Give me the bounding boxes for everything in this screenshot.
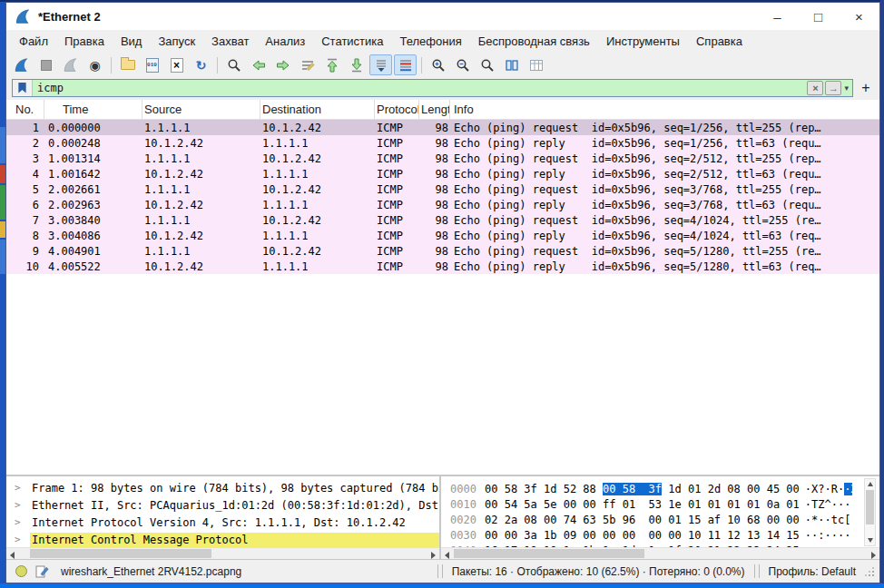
go-back-button[interactable] — [247, 54, 270, 75]
hex-bytes: 00 00 3a 1b 09 00 00 00 00 00 10 11 12 1… — [485, 529, 800, 542]
wireshark-logo-icon — [15, 8, 31, 24]
status-separator — [437, 564, 438, 578]
column-header-source[interactable]: Source — [142, 100, 260, 119]
detail-line[interactable]: > Ethernet II, Src: PCAquarius_1d:01:2d … — [6, 496, 439, 514]
menu-item[interactable]: Запуск — [150, 31, 203, 52]
file-save-button[interactable]: 010 — [141, 54, 163, 75]
zoom-out-button[interactable] — [451, 54, 474, 75]
resize-grip[interactable] — [865, 567, 874, 576]
capture-stop-button[interactable] — [34, 54, 57, 75]
reload-button[interactable]: ↻ — [190, 54, 212, 75]
capture-options-button[interactable]: ◉ — [83, 54, 106, 75]
scroll-right-icon[interactable] — [871, 552, 876, 559]
filter-apply-button[interactable]: → — [825, 81, 841, 95]
column-header-info[interactable]: Info — [450, 100, 879, 119]
menu-item[interactable]: Анализ — [257, 31, 313, 52]
go-to-packet-button[interactable] — [296, 54, 319, 75]
table-row[interactable]: 7 3.003840 1.1.1.1 10.1.2.42 ICMP 98 Ech… — [6, 212, 879, 228]
scrollbar-thumb[interactable] — [866, 490, 874, 524]
hex-row[interactable]: 0020 02 2a 08 00 74 63 5b 96 00 01 15 af… — [441, 512, 879, 527]
table-row[interactable]: 3 1.001314 1.1.1.1 10.1.2.42 ICMP 98 Ech… — [6, 151, 879, 166]
capture-start-button[interactable] — [10, 54, 33, 75]
column-header-time[interactable]: Time — [44, 100, 142, 119]
profile-label[interactable]: Профиль: Default — [761, 565, 864, 578]
colorize-toggle[interactable] — [394, 54, 417, 75]
zoom-reset-button[interactable] — [476, 54, 498, 75]
menu-item[interactable]: Беспроводная связь — [470, 31, 598, 52]
table-row[interactable]: 6 2.002963 10.1.2.42 1.1.1.1 ICMP 98 Ech… — [6, 197, 879, 212]
auto-scroll-toggle[interactable] — [369, 54, 392, 75]
hex-vertical-scrollbar[interactable] — [864, 478, 876, 546]
column-header-no[interactable]: No. — [6, 100, 44, 119]
table-row[interactable]: 2 0.000248 10.1.2.42 1.1.1.1 ICMP 98 Ech… — [6, 135, 879, 151]
hex-row[interactable]: 0000 00 58 3f 1d 52 88 00 58 3f 1d 01 2d… — [441, 481, 879, 496]
go-first-button[interactable] — [320, 54, 343, 75]
go-forward-button[interactable] — [271, 54, 294, 75]
zoom-in-button[interactable] — [427, 54, 449, 75]
menu-item[interactable]: Справка — [688, 31, 751, 52]
expert-info-icon[interactable] — [15, 565, 27, 577]
detail-line[interactable]: > Internet Protocol Version 4, Src: 1.1.… — [6, 514, 439, 531]
menu-item[interactable]: Захват — [203, 31, 257, 52]
hex-horizontal-scrollbar[interactable] — [441, 547, 879, 559]
table-row[interactable]: 4 1.001642 10.1.2.42 1.1.1.1 ICMP 98 Ech… — [6, 166, 879, 181]
details-horizontal-scrollbar[interactable] — [6, 547, 439, 559]
filter-dropdown-icon[interactable]: ▾ — [843, 83, 852, 93]
expander-icon[interactable]: > — [15, 482, 30, 494]
expander-icon[interactable]: > — [15, 516, 30, 528]
find-packet-button[interactable] — [222, 54, 245, 75]
cell-info: Echo (ping) reply id=0x5b96, seq=2/512, … — [450, 168, 879, 181]
close-button[interactable]: × — [839, 3, 879, 30]
reset-layout-button[interactable] — [525, 54, 547, 75]
scroll-left-icon[interactable] — [445, 552, 449, 559]
filter-add-button[interactable]: + — [858, 80, 874, 96]
cell-destination: 1.1.1.1 — [260, 260, 375, 273]
column-header-length[interactable]: Length — [419, 100, 450, 119]
cell-info: Echo (ping) request id=0x5b96, seq=4/102… — [450, 214, 879, 227]
scroll-down-icon[interactable] — [868, 538, 873, 543]
capture-file-name[interactable]: wireshark_Ethernet 2RV4152.pcapng — [61, 565, 241, 578]
scrollbar-thumb[interactable] — [30, 549, 211, 558]
capture-comment-icon[interactable] — [35, 564, 49, 578]
filter-bookmark-button[interactable] — [13, 80, 33, 96]
hex-offset: 0010 — [450, 498, 477, 511]
title-bar[interactable]: *Ethernet 2 – □ × — [6, 3, 879, 30]
menu-item[interactable]: Телефония — [392, 31, 470, 52]
table-row[interactable]: 9 4.004901 1.1.1.1 10.1.2.42 ICMP 98 Ech… — [6, 243, 879, 259]
table-row[interactable]: 8 3.004086 10.1.2.42 1.1.1.1 ICMP 98 Ech… — [6, 228, 879, 243]
scroll-up-icon[interactable] — [868, 482, 873, 486]
cell-source: 1.1.1.1 — [142, 245, 260, 258]
expander-icon[interactable]: > — [15, 534, 30, 545]
capture-restart-button[interactable] — [59, 54, 82, 75]
scroll-left-icon[interactable] — [10, 552, 15, 559]
table-row[interactable]: 1 0.000000 1.1.1.1 10.1.2.42 ICMP 98 Ech… — [6, 120, 879, 135]
scroll-right-icon[interactable] — [431, 552, 436, 559]
detail-line[interactable]: > Frame 1: 98 bytes on wire (784 bits), … — [6, 479, 439, 496]
expander-icon[interactable]: > — [15, 499, 30, 511]
table-row[interactable]: 10 4.005522 10.1.2.42 1.1.1.1 ICMP 98 Ec… — [6, 259, 879, 274]
go-last-button[interactable] — [345, 54, 368, 75]
resize-columns-button[interactable] — [500, 54, 523, 75]
table-row[interactable]: 5 2.002661 1.1.1.1 10.1.2.42 ICMP 98 Ech… — [6, 181, 879, 197]
scrollbar-thumb[interactable] — [454, 549, 644, 558]
menu-item[interactable]: Инструменты — [598, 31, 688, 52]
display-filter-field[interactable]: × → ▾ — [12, 79, 853, 97]
cell-destination: 10.1.2.42 — [260, 214, 375, 227]
maximize-button[interactable]: □ — [798, 3, 839, 30]
file-close-button[interactable]: × — [165, 54, 188, 75]
hex-row[interactable]: 0030 00 00 3a 1b 09 00 00 00 00 00 10 11… — [441, 527, 879, 543]
menu-item[interactable]: Правка — [56, 31, 113, 52]
minimize-button[interactable]: – — [757, 3, 798, 30]
column-header-destination[interactable]: Destination — [260, 100, 375, 119]
cell-length: 98 — [419, 183, 450, 196]
menu-item[interactable]: Файл — [11, 31, 56, 52]
hex-offset: 0000 — [450, 483, 477, 495]
column-header-protocol[interactable]: Protocol — [375, 100, 419, 119]
detail-line[interactable]: > Internet Control Message Protocol — [6, 531, 439, 548]
filter-clear-button[interactable]: × — [807, 81, 823, 95]
file-open-button[interactable] — [116, 54, 139, 75]
menu-item[interactable]: Вид — [113, 31, 151, 52]
filter-input[interactable] — [33, 80, 807, 96]
hex-row[interactable]: 0010 00 54 5a 5e 00 00 ff 01 53 1e 01 01… — [441, 496, 879, 512]
menu-item[interactable]: Статистика — [313, 31, 391, 52]
